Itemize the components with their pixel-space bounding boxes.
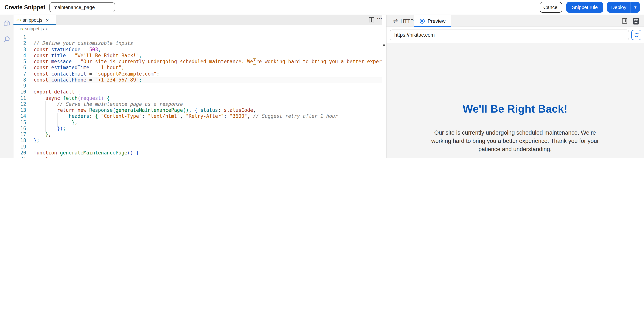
deploy-button[interactable]: Deploy xyxy=(607,5,630,10)
deploy-dropdown-caret-icon[interactable]: ▼ xyxy=(631,5,640,9)
code-line[interactable]: 21return ` xyxy=(14,156,382,158)
breadcrumb-file[interactable]: snippet.js xyxy=(25,26,44,32)
deploy-split-button[interactable]: Deploy ▼ xyxy=(607,2,640,13)
line-number: 1 xyxy=(14,35,26,41)
snippet-rule-button[interactable]: Snippet rule xyxy=(566,2,603,13)
code-token: const xyxy=(34,53,48,58)
code-token: "Retry-After" xyxy=(186,114,224,119)
code-editor[interactable]: 12// Define your customizable inputs3con… xyxy=(14,33,382,158)
code-token xyxy=(46,107,57,114)
code-line[interactable]: 19 xyxy=(14,144,382,150)
code-token xyxy=(133,150,136,156)
code-token xyxy=(86,107,89,113)
snippet-name-input[interactable] xyxy=(49,2,115,12)
code-line[interactable]: 3const statusCode = 503; xyxy=(14,47,382,53)
line-number: 5 xyxy=(14,59,26,65)
breadcrumb[interactable]: JS snippet.js › ... xyxy=(14,25,386,33)
app-window: Create Snippet Cancel Snippet rule Deplo… xyxy=(0,0,644,158)
code-token xyxy=(74,89,78,95)
code-token: ) xyxy=(101,95,104,101)
code-token: ; xyxy=(139,53,142,58)
code-token: "+1 234 567 89" xyxy=(95,77,139,83)
code-line[interactable]: 17}, xyxy=(14,132,382,138)
files-icon[interactable] xyxy=(2,20,11,28)
code-token: , xyxy=(74,120,78,125)
preview-viewport: We'll Be Right Back! Our site is current… xyxy=(386,43,644,158)
code-line[interactable]: 2// Define your customizable inputs xyxy=(14,41,382,47)
code-token: async xyxy=(46,95,60,101)
code-token: }) xyxy=(57,126,63,131)
code-token xyxy=(34,95,46,101)
code-token xyxy=(98,114,101,119)
code-line[interactable]: 6const estimatedTime = "1 hour"; xyxy=(14,65,382,71)
code-token: const xyxy=(34,47,48,52)
code-token xyxy=(34,101,46,108)
code-line[interactable]: 4const title = "We'll Be Right Back!"; xyxy=(14,53,382,59)
code-token: , xyxy=(247,114,253,119)
refresh-button[interactable] xyxy=(631,30,642,40)
search-icon[interactable] xyxy=(2,35,11,43)
code-token xyxy=(34,126,46,132)
code-token xyxy=(48,65,51,71)
code-token: } xyxy=(46,132,48,137)
cancel-button[interactable]: Cancel xyxy=(540,2,562,13)
preview-url-input[interactable]: https://nikitac.com xyxy=(390,30,629,40)
code-line[interactable]: 12// Serve the maintenance page as a res… xyxy=(14,101,382,108)
scrollbar-cursor-mark xyxy=(383,45,385,46)
code-line[interactable]: 9 xyxy=(14,83,382,89)
code-token: estimatedTime xyxy=(51,65,89,71)
code-token: ; xyxy=(122,65,124,71)
code-token xyxy=(48,47,51,52)
code-token: export xyxy=(34,89,51,95)
code-token xyxy=(46,114,57,120)
preview-message: Our site is currently undergoing schedul… xyxy=(425,129,605,153)
code-line[interactable]: 8const contactPhone = "+1 234 567 89"; xyxy=(14,77,382,83)
breadcrumb-chevron-icon: › xyxy=(46,27,47,31)
page-title: Create Snippet xyxy=(4,4,46,11)
tab-snippet-js[interactable]: JS snippet.js × xyxy=(14,15,56,25)
code-token: statusCode xyxy=(224,107,253,113)
code-token: "support@example.com" xyxy=(95,71,156,77)
editor-scrollbar[interactable] xyxy=(382,15,386,158)
line-number: 12 xyxy=(14,101,26,108)
code-token: { xyxy=(78,89,80,95)
code-token: ; xyxy=(37,138,40,143)
code-line[interactable]: 11async fetch(request) { xyxy=(14,95,382,101)
code-token: 503 xyxy=(89,47,98,52)
code-lines: 12// Define your customizable inputs3con… xyxy=(14,35,382,158)
code-line[interactable]: 13return new Response(generateMaintenanc… xyxy=(14,107,382,114)
code-line[interactable]: 16}); xyxy=(14,126,382,132)
code-line[interactable]: 10export default { xyxy=(14,89,382,95)
code-token: contactPhone xyxy=(51,77,86,83)
code-line[interactable]: 1 xyxy=(14,35,382,41)
code-line[interactable]: 15 }, xyxy=(14,120,382,126)
code-token: "3600" xyxy=(230,114,247,119)
code-line[interactable]: 20function generateMaintenancePage() { xyxy=(14,150,382,156)
line-number: 19 xyxy=(14,144,26,150)
code-token: = xyxy=(86,71,95,77)
split-editor-icon[interactable] xyxy=(368,17,375,23)
tab-preview[interactable]: Preview xyxy=(414,15,451,27)
discord-icon[interactable] xyxy=(632,18,640,25)
tab-close-icon[interactable]: × xyxy=(46,17,49,23)
code-token: = xyxy=(80,47,89,52)
code-token: re working hard to bring you a better ex… xyxy=(256,59,382,64)
code-line[interactable]: 14headers: { "Content-Type": "text/html"… xyxy=(14,114,382,120)
line-number: 2 xyxy=(14,41,26,47)
code-token xyxy=(48,71,51,77)
code-token: new xyxy=(78,107,86,113)
http-tab-label: HTTP xyxy=(400,18,414,24)
code-token: default xyxy=(54,89,75,95)
code-token: title xyxy=(51,53,66,58)
code-token: , xyxy=(253,107,256,113)
code-line[interactable]: 18}; xyxy=(14,138,382,144)
code-token xyxy=(198,107,200,113)
code-token: function xyxy=(34,150,57,156)
code-line[interactable]: 5const message = "Our site is currently … xyxy=(14,59,382,65)
code-line[interactable]: 7const contactEmail = "support@example.c… xyxy=(14,71,382,77)
maintenance-page: We'll Be Right Back! Our site is current… xyxy=(425,103,605,158)
breadcrumb-symbol[interactable]: ... xyxy=(49,26,53,32)
docs-book-icon[interactable] xyxy=(621,18,628,24)
line-number: 10 xyxy=(14,89,26,95)
editor-tab-strip xyxy=(14,15,386,25)
